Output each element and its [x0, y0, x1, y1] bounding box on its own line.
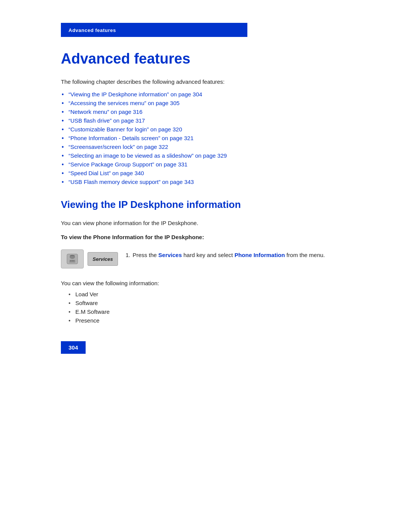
phone-information-keyword: Phone Information: [234, 252, 285, 258]
list-item: E.M Software: [68, 308, 350, 315]
step-suffix: from the menu.: [285, 252, 325, 258]
step-prefix: Press the: [133, 252, 159, 258]
svg-point-4: [72, 260, 73, 262]
list-item[interactable]: “Selecting an image to be viewed as a sl…: [61, 152, 350, 159]
toc-link[interactable]: “USB Flash memory device support” on pag…: [68, 179, 194, 185]
svg-point-5: [73, 260, 75, 262]
toc-link[interactable]: “Screensaver/screen lock” on page 322: [68, 144, 168, 150]
list-item[interactable]: “USB Flash memory device support” on pag…: [61, 179, 350, 185]
toc-link[interactable]: “Customizable Banner for login” on page …: [68, 126, 182, 133]
toc-link[interactable]: “Network menu” on page 316: [68, 109, 142, 115]
instruction-row: Services 1.Press the Services hard key a…: [61, 249, 350, 268]
toc-link[interactable]: “Service Package Group Support” on page …: [68, 161, 188, 168]
section-intro-text: You can view phone information for the I…: [61, 220, 350, 226]
intro-text: The following chapter describes the foll…: [61, 78, 350, 85]
toc-list: “Viewing the IP Deskphone information” o…: [61, 91, 350, 185]
services-button-icon: Services: [88, 252, 118, 266]
toc-link[interactable]: “USB flash drive” on page 317: [68, 117, 145, 124]
step-middle: hard key and select: [182, 252, 234, 258]
list-item[interactable]: “Viewing the IP Deskphone information” o…: [61, 91, 350, 97]
toc-link[interactable]: “Selecting an image to be viewed as a sl…: [68, 152, 227, 159]
step-text: 1.Press the Services hard key and select…: [126, 249, 325, 258]
svg-point-3: [70, 260, 72, 262]
list-item: Load Ver: [68, 291, 350, 297]
list-item: Software: [68, 300, 350, 306]
toc-link[interactable]: “Phone Information - Details screen” on …: [68, 135, 194, 141]
services-button-label: Services: [92, 256, 113, 262]
toc-link[interactable]: “Accessing the services menu” on page 30…: [68, 100, 180, 106]
step-number: 1.: [126, 252, 131, 258]
list-item[interactable]: “Customizable Banner for login” on page …: [61, 126, 350, 133]
list-item[interactable]: “Service Package Group Support” on page …: [61, 161, 350, 168]
list-item[interactable]: “Phone Information - Details screen” on …: [61, 135, 350, 141]
list-item[interactable]: “Speed Dial List” on page 340: [61, 170, 350, 176]
services-keyword: Services: [158, 252, 182, 258]
info-list: Load Ver Software E.M Software Presence: [68, 291, 350, 324]
toc-link[interactable]: “Speed Dial List” on page 340: [68, 170, 144, 176]
list-item[interactable]: “Accessing the services menu” on page 30…: [61, 100, 350, 106]
main-heading: Advanced features: [61, 51, 350, 67]
section-heading: Viewing the IP Deskphone information: [61, 199, 350, 211]
toc-link[interactable]: “Viewing the IP Deskphone information” o…: [68, 91, 202, 97]
icon-group: Services: [61, 249, 118, 268]
list-item: Presence: [68, 317, 350, 324]
page-number-badge: 304: [61, 341, 86, 354]
bold-instruction: To view the Phone Information for the IP…: [61, 234, 350, 240]
view-info-intro: You can view the following information:: [61, 280, 350, 286]
list-item[interactable]: “USB flash drive” on page 317: [61, 117, 350, 124]
chapter-banner: Advanced features: [61, 23, 247, 37]
list-item[interactable]: “Network menu” on page 316: [61, 109, 350, 115]
page-container: Advanced features Advanced features The …: [0, 0, 411, 384]
list-item[interactable]: “Screensaver/screen lock” on page 322: [61, 144, 350, 150]
phone-hardkey-icon: [61, 249, 84, 268]
phone-svg: [65, 252, 79, 265]
banner-text: Advanced features: [68, 27, 116, 33]
